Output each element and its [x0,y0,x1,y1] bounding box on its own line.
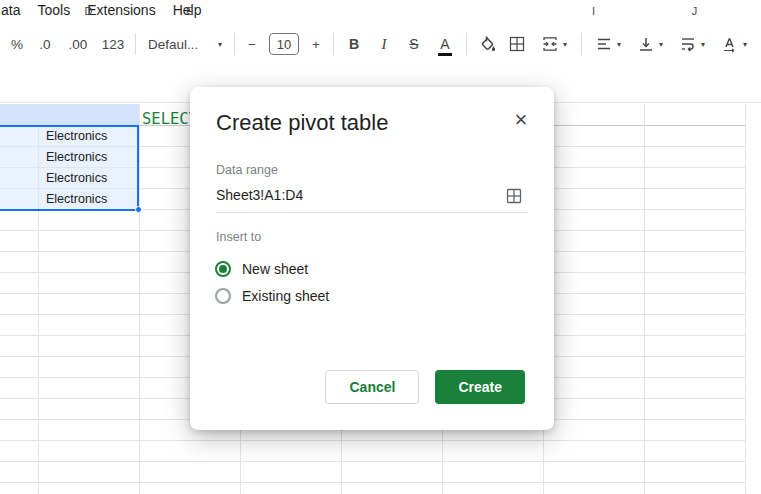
input-underline [216,212,528,213]
column-header-i[interactable]: I [543,0,644,22]
font-select[interactable]: Defaul... ▾ [141,30,229,58]
text-wrap-icon [679,35,697,53]
text-rotation-button[interactable]: ▾ [713,30,755,58]
toolbar-divider [135,33,136,55]
menu-data[interactable]: ata [1,1,20,20]
radio-button-icon[interactable] [215,288,231,304]
cancel-button[interactable]: Cancel [325,370,419,404]
bold-button[interactable]: B [339,30,369,58]
merge-cells-icon [541,35,559,53]
text-color-letter: A [440,36,449,52]
column-header-d[interactable]: D [38,0,139,22]
column-header-j[interactable]: J [644,0,745,22]
select-data-range-button[interactable] [505,187,523,208]
align-left-icon [595,35,613,53]
chevron-down-icon: ▾ [563,40,567,49]
fill-handle[interactable] [135,206,142,213]
horizontal-align-button[interactable]: ▾ [587,30,629,58]
insert-to-label: Insert to [216,230,261,244]
radio-existing-sheet-label: Existing sheet [242,288,329,304]
data-range-label: Data range [216,163,278,177]
selection-border [0,125,139,211]
dialog-actions: Cancel Create [325,370,525,404]
toolbar-divider [234,33,235,55]
chevron-down-icon: ▾ [617,40,621,49]
gridline [745,104,746,494]
text-rotation-icon [721,35,739,53]
chevron-down-icon: ▾ [659,40,663,49]
percent-format-button[interactable]: % [4,30,30,58]
toolbar-divider [466,33,467,55]
text-wrap-button[interactable]: ▾ [671,30,713,58]
chevron-down-icon: ▾ [218,40,222,49]
radio-new-sheet-label: New sheet [242,261,308,277]
radio-new-sheet[interactable]: New sheet [215,257,308,281]
decrease-font-size-button[interactable]: − [240,30,264,58]
toolbar-divider [333,33,334,55]
radio-button-icon[interactable] [215,261,231,277]
borders-grid-icon [508,35,526,53]
range-grid-icon [505,193,523,208]
close-icon[interactable]: × [506,105,536,135]
increase-decimals-button[interactable]: .00 [60,30,96,58]
column-header-e[interactable]: E [139,0,240,22]
paint-bucket-icon [478,35,496,53]
toolbar-divider [581,33,582,55]
strikethrough-button[interactable]: S [399,30,429,58]
create-button[interactable]: Create [435,370,525,404]
chevron-down-icon: ▾ [743,40,747,49]
toolbar: % .0 .00 123 Defaul... ▾ − 10 + B I S A [0,23,761,65]
increase-font-size-button[interactable]: + [304,30,328,58]
vertical-align-button[interactable]: ▾ [629,30,671,58]
borders-button[interactable] [502,30,532,58]
dialog-title: Create pivot table [216,110,388,136]
chevron-down-icon: ▾ [701,40,705,49]
data-range-input[interactable]: Sheet3!A1:D4 [216,187,303,203]
decrease-decimals-button[interactable]: .0 [30,30,60,58]
fill-color-button[interactable] [472,30,502,58]
font-name-label: Defaul... [148,37,198,52]
merge-cells-button[interactable]: ▾ [532,30,576,58]
create-pivot-table-dialog: Create pivot table × Data range Sheet3!A… [190,87,554,430]
italic-button[interactable]: I [369,30,399,58]
vertical-align-icon [637,35,655,53]
font-size-input[interactable]: 10 [269,33,299,55]
more-formats-button[interactable]: 123 [96,30,130,58]
text-color-button[interactable]: A [429,30,461,58]
radio-existing-sheet[interactable]: Existing sheet [215,284,329,308]
current-color-swatch [438,53,452,56]
